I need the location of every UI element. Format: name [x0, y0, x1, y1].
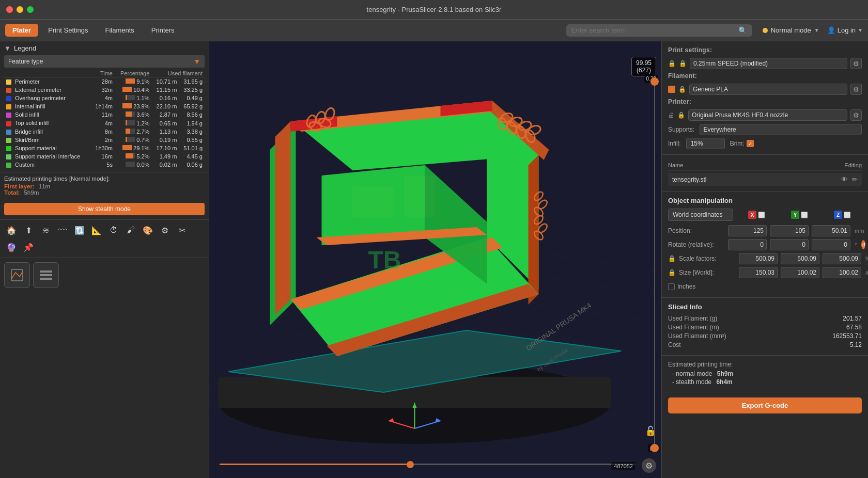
object-edit-icon[interactable]: ✏: [852, 176, 858, 183]
printer-lock-icon: 🔒: [677, 111, 685, 119]
maximize-button[interactable]: [27, 6, 34, 13]
toolbar-paint-icon[interactable]: 🖌: [123, 223, 138, 237]
row-time: 5s: [91, 161, 115, 169]
print-settings-select[interactable]: 0.25mm SPEED (modified): [690, 58, 847, 69]
row-used: 1.13 m: [151, 128, 179, 136]
tab-plater[interactable]: Plater: [5, 24, 38, 37]
row-name: Support material interface: [4, 152, 91, 161]
h-slider-handle[interactable]: [407, 461, 414, 468]
brim-check-icon[interactable]: ✓: [747, 140, 754, 147]
size-row: 🔒 Size [World]: mm: [668, 267, 862, 278]
inches-checkbox[interactable]: [668, 283, 675, 290]
toolbar-scale-icon[interactable]: 📐: [89, 223, 104, 237]
close-button[interactable]: [6, 6, 13, 13]
mode-label: Normal mode: [771, 26, 811, 34]
sliced-row: Used Filament (mm³) 162553.71: [668, 332, 862, 340]
view-layers-icon[interactable]: [33, 262, 59, 288]
mini-bar: [122, 87, 132, 92]
toolbar-color-icon[interactable]: 🎨: [141, 223, 155, 237]
x-box-icon: ⬜: [758, 212, 765, 218]
mini-bar: [122, 145, 132, 150]
lock-icon[interactable]: 🔓: [645, 425, 656, 437]
mode-indicator[interactable]: Normal mode ▼: [763, 26, 819, 34]
pos-x-input[interactable]: [728, 225, 767, 236]
stealth-mode-button[interactable]: Show stealth mode: [4, 203, 205, 215]
horizontal-slider[interactable]: [220, 460, 636, 468]
login-button[interactable]: 👤 Log in ▼: [827, 26, 863, 34]
view-3d-icon[interactable]: [4, 262, 30, 288]
object-row: tensegrity.stl 👁 ✏: [668, 173, 862, 186]
settings-gear-icon[interactable]: ⚙: [642, 458, 656, 473]
size-lock-icon[interactable]: 🔒: [668, 269, 676, 276]
size-x-input[interactable]: [739, 267, 778, 278]
toolbar-layers-icon[interactable]: 〰: [55, 223, 70, 237]
mini-bar-container: [126, 120, 135, 125]
infill-select[interactable]: 15%: [686, 138, 725, 149]
tab-print-settings[interactable]: Print Settings: [41, 24, 95, 37]
mode-dot: [763, 28, 768, 33]
printer-gear-icon[interactable]: ⚙: [850, 109, 862, 121]
svg-rect-0: [11, 269, 23, 281]
toolbar-sphere-icon[interactable]: 🔮: [4, 240, 19, 254]
print-lock2-icon: 🔒: [679, 60, 687, 67]
filament-gear-icon[interactable]: ⚙: [850, 84, 862, 95]
rotate-reset-button[interactable]: ↺: [861, 240, 865, 249]
slider-top-handle[interactable]: [650, 77, 659, 86]
chevron-down-icon: ▼: [858, 27, 863, 33]
bottom-view-icons: [0, 258, 209, 292]
tab-filaments[interactable]: Filaments: [98, 24, 141, 37]
toolbar-home-icon[interactable]: 🏠: [4, 223, 19, 237]
position-label: Position:: [668, 227, 725, 234]
size-z-input[interactable]: [823, 267, 861, 278]
object-eye-icon[interactable]: 👁: [841, 176, 848, 183]
table-row: Support material interface 16m 5.2% 1.49…: [4, 152, 205, 161]
scale-z-input[interactable]: [823, 253, 861, 264]
layer-slider[interactable]: [651, 77, 658, 452]
row-used: 0.02 m: [151, 161, 179, 169]
row-name: Internal infill: [4, 102, 91, 110]
viewport[interactable]: TB ORIGINAL PRUSA MK4 by José Prusa 99.9…: [209, 41, 661, 478]
row-pct: 29.1%: [115, 144, 151, 152]
search-input[interactable]: [571, 26, 735, 34]
toolbar-support-icon[interactable]: ⚙: [158, 223, 172, 237]
row-pct: 5.2%: [115, 152, 151, 161]
slider-bottom-handle[interactable]: [650, 444, 659, 452]
coord-system-select[interactable]: World coordinates: [668, 209, 733, 221]
print-times-section: Estimated printing times [Normal mode]: …: [0, 172, 209, 199]
toolbar-arrange-icon[interactable]: ≋: [38, 223, 53, 237]
toolbar-time-icon[interactable]: ⏱: [106, 223, 121, 237]
tab-printers[interactable]: Printers: [144, 24, 182, 37]
minimize-button[interactable]: [17, 6, 23, 13]
toolbar-mirror-icon[interactable]: 🔃: [72, 223, 87, 237]
filament-select[interactable]: Generic PLA: [689, 84, 847, 95]
svg-text:TB: TB: [368, 246, 401, 274]
rot-x-input[interactable]: [728, 239, 767, 250]
first-layer-label: First layer:: [4, 183, 35, 189]
brim-checkbox[interactable]: Brim: ✓: [730, 140, 754, 147]
size-y-input[interactable]: [781, 267, 819, 278]
pos-y-input[interactable]: [770, 225, 809, 236]
col-filament: Used filament: [151, 70, 205, 77]
printer-select[interactable]: Original Prusa MK4S HF0.4 nozzle: [688, 109, 847, 121]
print-settings-gear-icon[interactable]: ⚙: [850, 58, 862, 69]
feature-type-dropdown-icon[interactable]: ▼: [193, 57, 200, 66]
scale-y-input[interactable]: [781, 253, 819, 264]
supports-select[interactable]: Everywhere: [700, 124, 862, 135]
toolbar-cut-icon[interactable]: ✂: [175, 223, 189, 237]
table-row: Custom 5s 0.0% 0.02 m 0.06 g: [4, 161, 205, 169]
toolbar-orient-icon[interactable]: ⬆: [21, 223, 36, 237]
rot-z-input[interactable]: [812, 239, 850, 250]
scale-lock-icon[interactable]: 🔒: [668, 255, 676, 262]
feature-type-bar[interactable]: Feature type ▼: [4, 55, 205, 68]
toolbar-marker-icon[interactable]: 📌: [21, 240, 36, 254]
row-used: 2.87 m: [151, 110, 179, 119]
quality-top: 99.95: [636, 59, 652, 67]
traffic-lights: [6, 6, 34, 13]
scale-x-input[interactable]: [739, 253, 778, 264]
color-swatch: [6, 154, 11, 160]
row-name: Solid infill: [4, 110, 91, 119]
svg-rect-2: [40, 274, 52, 276]
export-gcode-button[interactable]: Export G-code: [668, 397, 862, 413]
rot-y-input[interactable]: [770, 239, 809, 250]
pos-z-input[interactable]: [812, 225, 850, 236]
